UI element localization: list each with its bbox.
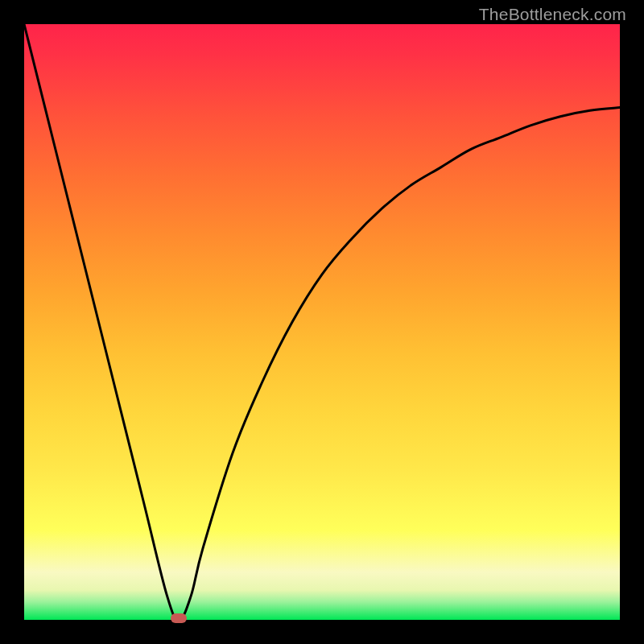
minimum-marker bbox=[171, 613, 187, 623]
watermark-text: TheBottleneck.com bbox=[479, 5, 626, 24]
bottleneck-curve bbox=[24, 24, 620, 620]
chart-frame: TheBottleneck.com bbox=[0, 0, 644, 644]
